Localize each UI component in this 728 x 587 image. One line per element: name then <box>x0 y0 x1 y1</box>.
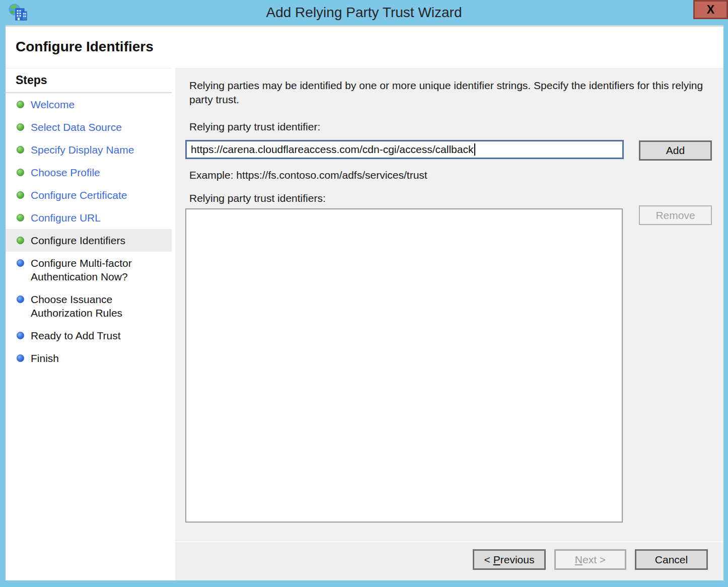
relying-party-identifier-input[interactable]: https://carena.cloudflareaccess.com/cdn-… <box>185 140 624 159</box>
step-pending-bullet-icon <box>17 332 24 339</box>
sidebar-item-configure-url[interactable]: Configure URL <box>6 206 172 229</box>
remove-button[interactable]: Remove <box>639 205 712 225</box>
sidebar-item-configure-identifiers[interactable]: Configure Identifiers <box>6 229 172 252</box>
window-titlebar: Add Relying Party Trust Wizard X <box>0 0 728 25</box>
identifiers-list-label: Relying party trust identifiers: <box>189 192 326 204</box>
previous-button[interactable]: < Previous <box>473 549 546 570</box>
text-caret <box>474 143 475 156</box>
sidebar-item-finish[interactable]: Finish <box>6 347 172 370</box>
window-title: Add Relying Party Trust Wizard <box>0 0 728 25</box>
next-label: Next > <box>575 554 606 566</box>
step-current-bullet-icon <box>17 237 24 244</box>
step-completed-bullet-icon <box>17 191 24 199</box>
cancel-button[interactable]: Cancel <box>635 549 708 570</box>
page-title: Configure Identifiers <box>6 27 723 55</box>
step-completed-bullet-icon <box>17 169 24 176</box>
step-pending-bullet-icon <box>17 354 24 362</box>
steps-heading: Steps <box>6 68 172 93</box>
previous-label: < Previous <box>484 554 535 566</box>
steps-sidebar: Steps Welcome Select Data Source Specify… <box>6 68 172 580</box>
sidebar-item-choose-issuance-rules[interactable]: Choose Issuance Authorization Rules <box>6 288 172 324</box>
step-completed-bullet-icon <box>17 146 24 154</box>
identifier-label: Relying party trust identifier: <box>189 121 320 133</box>
sidebar-item-choose-profile[interactable]: Choose Profile <box>6 161 172 184</box>
step-pending-bullet-icon <box>17 259 24 267</box>
step-completed-bullet-icon <box>17 123 24 131</box>
close-icon: X <box>707 4 714 16</box>
close-button[interactable]: X <box>693 0 728 19</box>
sidebar-item-specify-display-name[interactable]: Specify Display Name <box>6 138 172 161</box>
step-completed-bullet-icon <box>17 214 24 222</box>
wizard-dialog: Configure Identifiers Steps Welcome Sele… <box>6 25 723 580</box>
example-text: Example: https://fs.contoso.com/adfs/ser… <box>189 169 427 181</box>
sidebar-item-ready-to-add-trust[interactable]: Ready to Add Trust <box>6 324 172 347</box>
identifier-input-value: https://carena.cloudflareaccess.com/cdn-… <box>191 143 473 156</box>
content-panel: Relying parties may be identified by one… <box>175 68 723 580</box>
add-button[interactable]: Add <box>639 140 712 161</box>
sidebar-item-select-data-source[interactable]: Select Data Source <box>6 116 172 138</box>
sidebar-item-welcome[interactable]: Welcome <box>6 93 172 116</box>
next-button[interactable]: Next > <box>554 549 626 570</box>
footer-bar: < Previous Next > Cancel <box>175 541 723 580</box>
sidebar-item-configure-multifactor[interactable]: Configure Multi-factor Authentication No… <box>6 252 172 288</box>
step-pending-bullet-icon <box>17 296 24 303</box>
intro-text: Relying parties may be identified by one… <box>189 79 708 107</box>
sidebar-item-configure-certificate[interactable]: Configure Certificate <box>6 184 172 206</box>
identifiers-listbox[interactable] <box>185 208 623 523</box>
dialog-header: Configure Identifiers <box>6 27 723 68</box>
step-completed-bullet-icon <box>17 101 24 108</box>
